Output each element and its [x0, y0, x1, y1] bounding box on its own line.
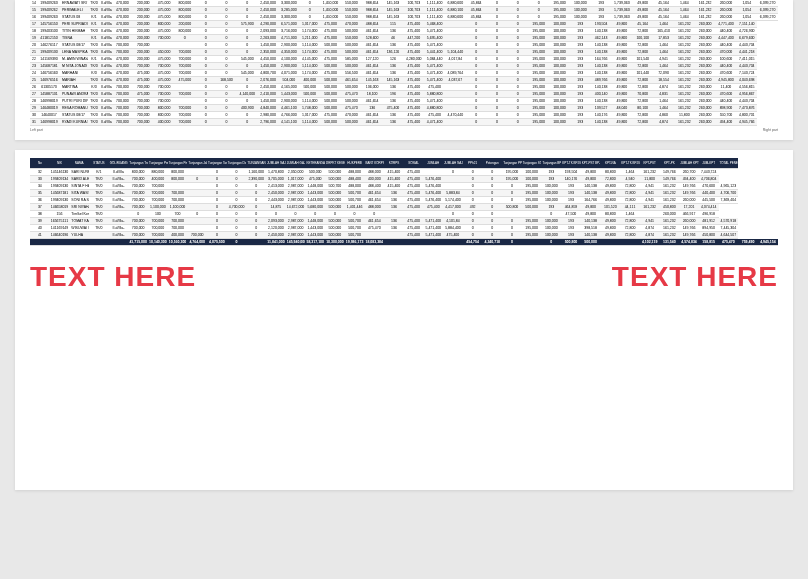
page-1: 14199409263ERNAWATI SRI TASWANTOTK/0II.d…	[15, 0, 793, 140]
text-here-row: TEXT HERE TEXT HERE	[30, 261, 778, 293]
page-2: NoNIKNAMASTATUSGOL/RUANGTunjangan Transp…	[15, 150, 793, 490]
footer-right: Right part	[763, 128, 778, 132]
text-here-right: TEXT HERE	[612, 261, 778, 293]
payroll-table-2: NoNIKNAMASTATUSGOL/RUANGTunjangan Transp…	[30, 158, 778, 246]
text-here-left: TEXT HERE	[30, 261, 196, 293]
footer-left: Left part	[30, 128, 43, 132]
page-footer: Left part Right part	[30, 128, 778, 132]
payroll-table-1: 14199409263ERNAWATI SRI TASWANTOTK/0II.d…	[30, 0, 778, 126]
